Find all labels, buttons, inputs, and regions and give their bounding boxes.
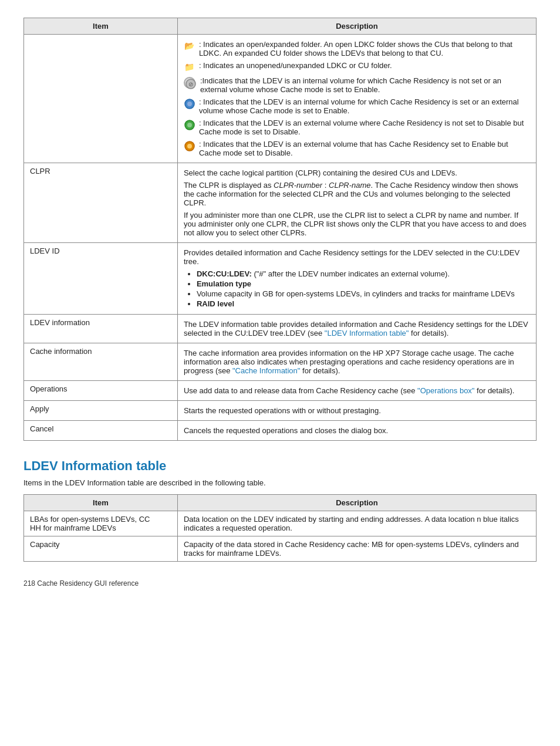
apply-desc: Starts the requested operations with or … [184, 406, 530, 415]
circle-orange-icon [184, 140, 195, 152]
table-row: Cache information The cache information … [24, 343, 537, 381]
svg-text:⊘: ⊘ [188, 81, 193, 87]
row-desc-operations: Use add data to and release data from Ca… [177, 381, 536, 401]
cache-info-desc: The cache information area provides info… [184, 349, 530, 375]
icon-desc-2: : Indicates an unopened/unexpanded LDKC … [199, 61, 392, 70]
row-item-apply: Apply [24, 401, 178, 421]
list-item: RAID level [197, 299, 530, 308]
ldev-info-table: Item Description LBAs for open-systems L… [23, 494, 537, 562]
operations-link[interactable]: "Operations box" [417, 386, 474, 395]
ldev-table-desc-2: Capacity of the data stored in Cache Res… [177, 536, 536, 562]
table-row: Operations Use add data to and release d… [24, 381, 537, 401]
ldev-info-desc: The LDEV information table provides deta… [184, 320, 530, 337]
table-row: LDEV ID Provides detailed information an… [24, 243, 537, 315]
list-item: Volume capacity in GB for open-systems L… [197, 289, 530, 298]
icon-desc-5: : Indicates that the LDEV is an external… [199, 119, 530, 136]
row-item-clpr: CLPR [24, 163, 178, 243]
row-item-operations: Operations [24, 381, 178, 401]
row-item-cancel: Cancel [24, 421, 178, 441]
clpr-desc-1: Select the cache logical partition (CLPR… [184, 168, 530, 177]
ldev-table-header-desc: Description [177, 495, 536, 511]
row-desc-cache-info: The cache information area provides info… [177, 343, 536, 381]
table-row: Capacity Capacity of the data stored in … [24, 536, 537, 562]
table-row: LDEV information The LDEV information ta… [24, 315, 537, 343]
circle-blue-icon [184, 98, 195, 110]
ldev-table-header-item: Item [24, 495, 178, 511]
folder-open-icon: 📂 [184, 40, 195, 52]
row-desc-icons: 📂 : Indicates an open/expanded folder. A… [177, 35, 536, 163]
bullet-bold: DKC:CU:LDEV: [197, 269, 252, 278]
row-desc-clpr: Select the cache logical partition (CLPR… [177, 163, 536, 243]
ldev-info-section: LDEV Information table Items in the LDEV… [23, 458, 537, 562]
bullet-bold: RAID level [197, 299, 234, 308]
icon-desc-3: :Indicates that the LDEV is an internal … [200, 76, 530, 94]
row-item-ldev-id: LDEV ID [24, 243, 178, 315]
main-table-header-item: Item [24, 18, 178, 35]
row-item-ldev-info: LDEV information [24, 315, 178, 343]
icon-desc-4: : Indicates that the LDEV is an internal… [199, 97, 530, 115]
ldev-info-section-intro: Items in the LDEV Information table are … [23, 478, 537, 487]
table-row: 📂 : Indicates an open/expanded folder. A… [24, 35, 537, 163]
row-desc-cancel: Cancels the requested operations and clo… [177, 421, 536, 441]
table-row: Apply Starts the requested operations wi… [24, 401, 537, 421]
bullet-bold: Emulation type [197, 279, 251, 288]
table-row: Cancel Cancels the requested operations … [24, 421, 537, 441]
cancel-desc: Cancels the requested operations and clo… [184, 426, 530, 435]
list-item: Emulation type [197, 279, 530, 288]
icon-desc-6: : Indicates that the LDEV is an external… [199, 140, 530, 157]
row-desc-ldev-info: The LDEV information table provides deta… [177, 315, 536, 343]
row-desc-apply: Starts the requested operations with or … [177, 401, 536, 421]
row-desc-ldev-id: Provides detailed information and Cache … [177, 243, 536, 315]
ldev-info-section-title: LDEV Information table [23, 458, 537, 474]
list-item: DKC:CU:LDEV: ("#" after the LDEV number … [197, 269, 530, 278]
operations-desc: Use add data to and release data from Ca… [184, 386, 530, 395]
ldev-table-desc-1: Data location on the LDEV indicated by s… [177, 511, 536, 536]
main-table-header-desc: Description [177, 18, 536, 35]
cache-info-link[interactable]: "Cache Information" [232, 366, 300, 375]
svg-point-7 [187, 144, 192, 148]
ldev-table-item-1: LBAs for open-systems LDEVs, CCHH for ma… [24, 511, 178, 536]
ldev-id-desc-1: Provides detailed information and Cache … [184, 248, 530, 266]
clpr-desc-2: The CLPR is displayed as CLPR-number : C… [184, 181, 530, 207]
clpr-desc-3: If you administer more than one CLPR, us… [184, 211, 530, 237]
row-item-cache-info: Cache information [24, 343, 178, 381]
icon-desc-1: : Indicates an open/expanded folder. An … [199, 40, 530, 58]
ldev-info-link[interactable]: "LDEV Information table" [325, 329, 409, 337]
table-row: LBAs for open-systems LDEVs, CCHH for ma… [24, 511, 537, 536]
ldev-table-item-2: Capacity [24, 536, 178, 562]
footer: 218 Cache Residency GUI reference [23, 579, 537, 588]
circle-gray-icon: ⊘ [184, 77, 195, 89]
row-item-icons [24, 35, 178, 163]
svg-point-3 [187, 102, 192, 106]
circle-green-icon [184, 119, 195, 131]
main-table: Item Description 📂 : Indicates an open/e… [23, 18, 537, 441]
svg-point-5 [187, 123, 192, 127]
table-row: CLPR Select the cache logical partition … [24, 163, 537, 243]
folder-closed-icon: 📁 [184, 61, 195, 73]
